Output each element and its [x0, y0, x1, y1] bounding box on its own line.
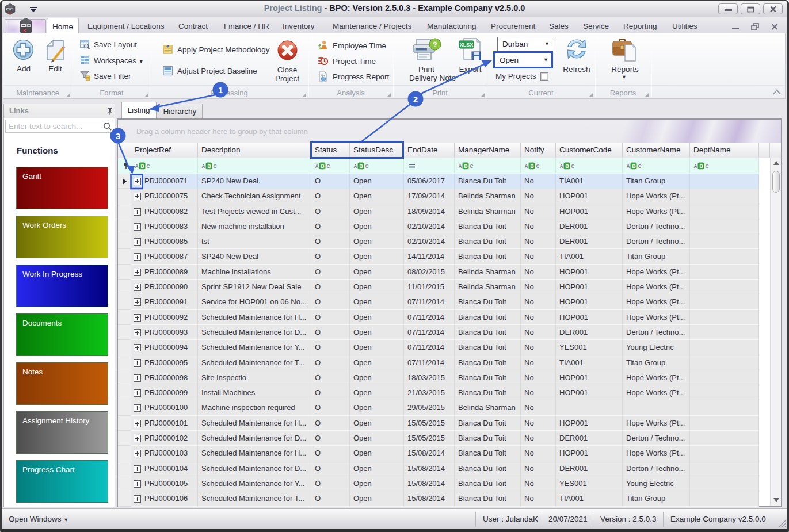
- svg-text:C: C: [571, 163, 575, 169]
- svg-text:B: B: [566, 163, 569, 169]
- svg-text:B: B: [632, 163, 636, 169]
- svg-text:A: A: [354, 163, 357, 169]
- svg-text:C: C: [365, 163, 369, 169]
- svg-text:C: C: [214, 163, 217, 169]
- svg-text:C: C: [327, 163, 330, 169]
- svg-text:B: B: [321, 163, 325, 169]
- svg-text:A: A: [694, 163, 697, 169]
- svg-text:C: C: [470, 163, 474, 169]
- svg-text:C: C: [147, 163, 150, 169]
- svg-text:B: B: [700, 163, 703, 169]
- svg-text:C: C: [706, 163, 709, 169]
- svg-text:B: B: [208, 163, 211, 169]
- svg-text:B: B: [531, 163, 534, 169]
- svg-text:A: A: [135, 163, 139, 169]
- svg-text:C: C: [536, 163, 540, 169]
- svg-text:A: A: [459, 163, 462, 169]
- svg-text:A: A: [315, 163, 319, 169]
- svg-text:A: A: [525, 163, 528, 169]
- svg-text:B: B: [360, 163, 363, 169]
- svg-text:B: B: [141, 163, 144, 169]
- svg-text:XLSX: XLSX: [460, 42, 474, 48]
- svg-text:C: C: [638, 163, 642, 169]
- svg-text:A: A: [202, 163, 205, 169]
- svg-text:A: A: [627, 163, 630, 169]
- svg-text:?: ?: [433, 41, 437, 49]
- svg-text:A: A: [560, 163, 563, 169]
- svg-text:B: B: [464, 163, 468, 169]
